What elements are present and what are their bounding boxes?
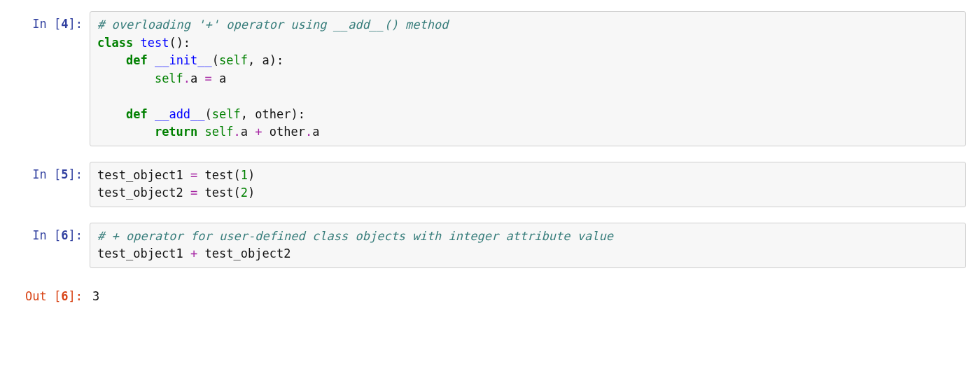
- code-token: ():: [169, 36, 190, 50]
- code-token: , a):: [248, 53, 284, 67]
- prompt-bracket: ]:: [69, 17, 83, 31]
- code-token: =: [190, 186, 197, 200]
- code-token: return: [155, 125, 197, 139]
- code-token: 1: [241, 168, 248, 182]
- prompt-bracket: [: [54, 289, 61, 303]
- code-token: test_object2: [197, 246, 290, 260]
- input-prompt: In [6]:: [0, 223, 90, 245]
- code-token: test(: [197, 186, 240, 200]
- code-token: self: [155, 71, 183, 85]
- code-token: class: [97, 36, 133, 50]
- prompt-bracket: [: [54, 17, 61, 31]
- code-input-area[interactable]: # + operator for user-defined class obje…: [90, 223, 966, 268]
- code-text: # + operator for user-defined class obje…: [97, 228, 958, 263]
- code-token: # overloading '+' operator using __add__…: [97, 18, 449, 32]
- code-token: .: [183, 71, 190, 85]
- output-cell: Out [6]:3: [0, 284, 980, 310]
- code-text: test_object1 = test(1) test_object2 = te…: [97, 167, 958, 202]
- code-token: self: [205, 125, 234, 139]
- code-token: a: [241, 125, 255, 139]
- code-token: +: [255, 125, 262, 139]
- output-text: 3: [92, 288, 959, 306]
- code-token: .: [305, 125, 312, 139]
- prompt-number: 5: [61, 167, 68, 181]
- prompt-number: 6: [61, 228, 68, 242]
- code-token: self: [212, 107, 241, 121]
- code-token: a: [190, 71, 204, 85]
- code-token: a: [312, 125, 319, 139]
- code-token: # + operator for user-defined class obje…: [97, 229, 613, 243]
- code-token: (: [205, 107, 212, 121]
- prompt-bracket: [: [54, 167, 61, 181]
- code-token: test_object1: [97, 168, 190, 182]
- code-token: test: [140, 36, 169, 50]
- prompt-bracket: ]:: [69, 228, 83, 242]
- code-cell: In [5]:test_object1 = test(1) test_objec…: [0, 162, 980, 207]
- prompt-bracket: ]:: [69, 289, 83, 303]
- code-token: +: [190, 246, 197, 260]
- code-token: test(: [197, 168, 240, 182]
- code-token: other: [262, 125, 305, 139]
- prompt-number: 6: [61, 289, 68, 303]
- code-token: test_object2: [97, 186, 190, 200]
- code-token: .: [234, 125, 241, 139]
- prompt-kind: Out: [25, 289, 47, 303]
- code-token: ): [248, 168, 255, 182]
- notebook: In [4]:# overloading '+' operator using …: [0, 0, 980, 321]
- prompt-kind: In: [32, 167, 46, 181]
- code-token: test_object1: [97, 246, 190, 260]
- code-token: , other):: [241, 107, 305, 121]
- input-prompt: In [4]:: [0, 11, 90, 34]
- prompt-bracket: [: [54, 228, 61, 242]
- code-text: # overloading '+' operator using __add__…: [97, 16, 958, 141]
- code-cell: In [4]:# overloading '+' operator using …: [0, 11, 980, 146]
- code-token: __add__: [155, 107, 205, 121]
- code-token: 2: [241, 186, 248, 200]
- code-token: =: [190, 168, 197, 182]
- code-input-area[interactable]: test_object1 = test(1) test_object2 = te…: [90, 162, 966, 207]
- code-token: ): [248, 186, 255, 200]
- code-input-area[interactable]: # overloading '+' operator using __add__…: [90, 11, 966, 146]
- input-prompt: In [5]:: [0, 162, 90, 184]
- prompt-number: 4: [61, 17, 68, 31]
- code-token: (: [212, 53, 219, 67]
- prompt-kind: In: [32, 228, 46, 242]
- code-token: __init__: [155, 53, 212, 67]
- prompt-bracket: ]:: [69, 167, 83, 181]
- code-token: self: [219, 53, 248, 67]
- code-token: a: [212, 71, 226, 85]
- output-area: 3: [90, 284, 966, 310]
- code-cell: In [6]:# + operator for user-defined cla…: [0, 223, 980, 268]
- output-prompt: Out [6]:: [0, 284, 90, 306]
- code-token: def: [126, 53, 148, 67]
- prompt-kind: In: [32, 17, 46, 31]
- code-token: =: [205, 71, 212, 85]
- code-token: def: [126, 107, 148, 121]
